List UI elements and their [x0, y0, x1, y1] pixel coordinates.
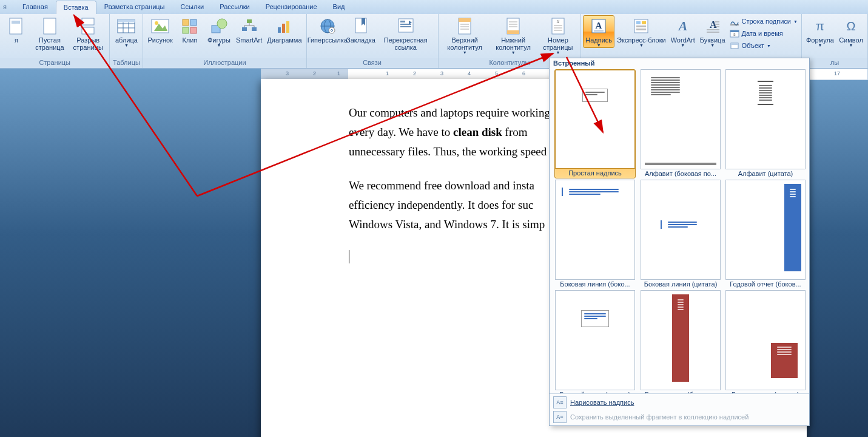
- svg-rect-4: [82, 27, 94, 34]
- svg-rect-61: [636, 25, 646, 27]
- hyperlink-icon: [318, 16, 337, 36]
- pagenum-icon: #: [548, 16, 568, 36]
- wordart-button[interactable]: A WordArt ▼: [668, 15, 698, 48]
- gallery-item-sideline-side[interactable]: Боковая линия (боко...: [554, 180, 636, 289]
- header-button[interactable]: Верхний колонтитул ▼: [440, 15, 490, 55]
- chart-button[interactable]: Диаграмма: [264, 15, 304, 44]
- tab-insert[interactable]: Вставка: [56, 1, 96, 15]
- bookmark-button[interactable]: Закладка: [346, 15, 375, 44]
- gallery-item-simple[interactable]: Простая надпись: [554, 69, 636, 178]
- text-cursor: [349, 250, 349, 263]
- svg-rect-1: [12, 21, 20, 24]
- page-icon: [7, 16, 26, 36]
- group-label-links: Связи: [307, 58, 438, 68]
- gallery-item-puzzle-quote[interactable]: Головоломка (цитата): [725, 290, 806, 393]
- shapes-button[interactable]: Фигуры ▼: [204, 15, 234, 48]
- group-label-pages: Страницы: [0, 58, 109, 68]
- object-icon: [730, 41, 739, 50]
- clip-button[interactable]: Клип: [175, 15, 204, 44]
- group-symbols: π Формула ▼ Ω Символ ▼ лы: [801, 14, 868, 68]
- svg-rect-39: [400, 26, 411, 27]
- textbox-gallery: Встроенный Простая надпись Алфавит (боко…: [549, 58, 810, 426]
- chevron-down-icon: ▼: [793, 19, 798, 24]
- svg-rect-10: [118, 19, 135, 22]
- svg-rect-15: [190, 19, 197, 25]
- textbox-button[interactable]: A Надпись ▼: [583, 15, 614, 48]
- svg-rect-0: [10, 18, 22, 34]
- svg-rect-59: [636, 21, 641, 24]
- crossref-button[interactable]: Перекрестная ссылка: [375, 15, 436, 52]
- blank-page-button[interactable]: Пустая страница: [31, 15, 69, 52]
- equation-button[interactable]: π Формула ▼: [804, 15, 836, 48]
- equation-icon: π: [810, 16, 830, 36]
- smartart-icon: [240, 16, 259, 36]
- dropcap-icon: A: [703, 16, 722, 36]
- group-illustrations: Рисунок Клип Фигуры ▼ SmartArt Диаграмма…: [143, 14, 306, 68]
- svg-rect-27: [278, 27, 281, 33]
- quickparts-button[interactable]: Экспресс-блоки ▼: [614, 15, 668, 48]
- svg-rect-60: [642, 21, 646, 24]
- symbol-button[interactable]: Ω Символ ▼: [836, 15, 866, 48]
- group-links: Гиперссылка Закладка Перекрестная ссылка…: [307, 14, 439, 68]
- cover-page-button[interactable]: я: [2, 15, 31, 44]
- tab-home[interactable]: Главная: [15, 0, 56, 14]
- gallery-item-sideline-quote[interactable]: Боковая линия (цитата): [641, 180, 721, 289]
- save-selection-option: A≡ Сохранить выделенный фрагмент в колле…: [553, 411, 806, 423]
- gallery-item-annual-side[interactable]: Годовой отчет (боков...: [725, 180, 806, 289]
- gallery-header: Встроенный: [550, 58, 809, 68]
- footer-button[interactable]: Нижний колонтитул ▼: [490, 15, 537, 55]
- gallery-item-annual-quote[interactable]: Годовой отчет (цитата): [554, 290, 636, 393]
- svg-rect-41: [459, 18, 471, 22]
- page-break-button[interactable]: Разрыв страницы: [69, 15, 107, 52]
- header-icon: [455, 16, 474, 36]
- draw-textbox-option[interactable]: A≡ Нарисовать надпись: [553, 396, 806, 408]
- tab-strip: я Главная Вставка Разметка страницы Ссыл…: [0, 0, 868, 15]
- svg-rect-17: [190, 27, 197, 33]
- gallery-item-puzzle-side[interactable]: Головоломка (боковa...: [641, 290, 721, 393]
- shapes-icon: [209, 16, 229, 36]
- page-number-button[interactable]: # Номер страницы ▼: [537, 15, 579, 55]
- date-time-button[interactable]: 5 Дата и время: [730, 28, 798, 39]
- tab-mailings[interactable]: Рассылки: [212, 0, 257, 14]
- svg-point-19: [217, 19, 227, 29]
- footer-icon: [503, 16, 523, 36]
- tab-references[interactable]: Ссылки: [173, 0, 212, 14]
- group-label-symbols: лы: [802, 58, 867, 68]
- svg-rect-14: [183, 19, 189, 25]
- chevron-down-icon: ▼: [511, 51, 516, 55]
- table-button[interactable]: аблица ▼: [112, 15, 141, 48]
- tab-fragment: я: [0, 0, 15, 14]
- wordart-icon: A: [673, 16, 693, 36]
- svg-text:A: A: [677, 18, 687, 33]
- svg-rect-38: [400, 24, 411, 25]
- tab-review[interactable]: Рецензирование: [258, 0, 325, 14]
- svg-point-33: [329, 27, 335, 33]
- chevron-down-icon: ▼: [463, 51, 467, 55]
- svg-rect-29: [286, 21, 289, 33]
- picture-button[interactable]: Рисунок: [145, 15, 175, 44]
- svg-text:π: π: [816, 19, 824, 33]
- svg-rect-21: [242, 27, 247, 31]
- object-button[interactable]: Объект ▼: [730, 40, 798, 51]
- group-pages: я Пустая страница Разрыв страницы Страни…: [0, 14, 110, 68]
- hyperlink-button[interactable]: Гиперссылка: [309, 15, 346, 44]
- dropcap-button[interactable]: A Буквица ▼: [698, 15, 728, 48]
- gallery-item-alpha-quote[interactable]: Алфавит (цитата): [725, 69, 806, 178]
- draw-textbox-icon: A≡: [553, 396, 567, 408]
- signature-line-button[interactable]: Строка подписи ▼: [730, 16, 798, 27]
- sigline-icon: [730, 16, 739, 26]
- smartart-button[interactable]: SmartArt: [234, 15, 264, 44]
- table-icon: [116, 16, 136, 36]
- chevron-down-icon: ▼: [217, 44, 221, 47]
- gallery-item-alpha-side[interactable]: Алфавит (боковая по...: [641, 69, 721, 178]
- tab-view[interactable]: Вид: [325, 0, 353, 14]
- svg-text:A: A: [596, 21, 602, 30]
- chevron-down-icon: ▼: [818, 44, 822, 47]
- gallery-footer: A≡ Нарисовать надпись A≡ Сохранить выдел…: [550, 393, 809, 425]
- chevron-down-icon: ▼: [681, 44, 685, 47]
- chevron-down-icon: ▼: [849, 44, 853, 47]
- svg-rect-37: [400, 21, 405, 22]
- chevron-down-icon: ▼: [639, 44, 644, 47]
- tab-page-layout[interactable]: Разметка страницы: [96, 0, 173, 14]
- svg-text:Ω: Ω: [847, 19, 856, 33]
